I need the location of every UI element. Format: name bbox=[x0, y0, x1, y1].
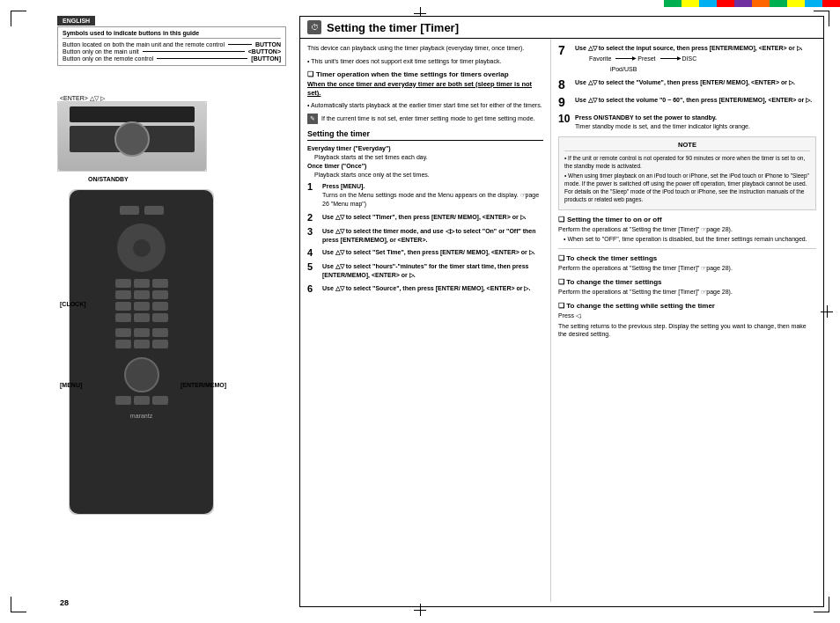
step-content-8: Use △▽ to select the "Volume", then pres… bbox=[575, 78, 816, 87]
favorite-label: Favorite bbox=[589, 55, 611, 63]
ipod-label: iPod/USB bbox=[575, 65, 816, 74]
check-timer-section: ❑ To check the timer settings Perform th… bbox=[558, 254, 816, 273]
step-5-bold: Use △▽ to select "hours"-"minutes" for t… bbox=[322, 263, 529, 278]
note-with-icon: ✎ If the current time is not set, enter … bbox=[307, 114, 543, 124]
checkbox-icon: ❑ bbox=[307, 70, 313, 78]
step-num-7: 7 bbox=[558, 44, 572, 56]
setting-timer-section: Setting the timer Everyday timer ("Every… bbox=[307, 129, 543, 294]
timer-onoff-bullet: When set to "OFF", time operation is dis… bbox=[558, 235, 816, 244]
symbol-label-bracket-button: [BUTTON] bbox=[251, 55, 281, 62]
step-content-3: Use △▽ to select the timer mode, and use… bbox=[322, 227, 543, 245]
step-9-bold: Use △▽ to select the volume "0 ~ 60", th… bbox=[575, 97, 812, 103]
title-bar: ⏱ Setting the timer [Timer] bbox=[300, 17, 823, 39]
overlap-bullet: Automatically starts playback at the ear… bbox=[307, 101, 543, 110]
once-label: Once timer ("Once") bbox=[307, 163, 543, 169]
remote-image: marantz bbox=[69, 189, 214, 515]
on-standby-label: ON/STANDBY bbox=[88, 176, 129, 182]
change-while-setting-section: ❑ To change the setting while setting th… bbox=[558, 302, 816, 339]
note-box: NOTE • If the unit or remote control is … bbox=[558, 136, 816, 210]
favorite-arrow: ▶ bbox=[615, 58, 633, 59]
step-num-8: 8 bbox=[558, 78, 572, 91]
main-content-area: ⏱ Setting the timer [Timer] This device … bbox=[299, 16, 824, 607]
step-num-2: 2 bbox=[307, 213, 320, 223]
step-7-bold: Use △▽ to select the input source, then … bbox=[575, 45, 803, 51]
intro-bullet: This unit's timer does not support exit … bbox=[307, 57, 543, 66]
step-2-bold: Use △▽ to select "Timer", then press [EN… bbox=[322, 214, 527, 220]
timer-overlap-title: Timer operation when the time settings f… bbox=[316, 70, 509, 78]
change-while-desc: The setting returns to the previous step… bbox=[558, 322, 816, 340]
check-timer-title: ❑ To check the timer settings bbox=[558, 254, 816, 262]
overlap-bullet-item: Automatically starts playback at the ear… bbox=[307, 101, 543, 110]
symbol-label-button: BUTTON bbox=[255, 41, 281, 48]
preset-arrow: ▶ bbox=[660, 58, 678, 59]
symbol-text-2: Button only on the main unit bbox=[63, 48, 139, 55]
step-1-bold: Press [MENU]. bbox=[322, 183, 365, 189]
enter-memo-label: [ENTER/MEMO] bbox=[181, 382, 226, 388]
timer-onoff-title: ❑ Setting the timer to on or off bbox=[558, 216, 816, 224]
everyday-label: Everyday timer ("Everyday") bbox=[307, 145, 543, 151]
change-while-setting-heading: ❑ To change the setting while setting th… bbox=[558, 302, 715, 310]
symbol-line-2 bbox=[143, 51, 245, 52]
step-5: 5 Use △▽ to select "hours"-"minutes" for… bbox=[307, 262, 543, 280]
note-box-title: NOTE bbox=[564, 141, 810, 151]
device-image bbox=[57, 101, 207, 172]
underline-overlap: When the once timer and everyday timer a… bbox=[307, 80, 532, 98]
step-content-7: Use △▽ to select the input source, then … bbox=[575, 44, 816, 73]
preset-row: Favorite ▶ Preset ▶ DISC bbox=[589, 55, 816, 63]
check-timer-text: Perform the operations at "Setting the t… bbox=[558, 264, 816, 273]
step-num-5: 5 bbox=[307, 262, 320, 272]
left-column: This device can playback using the timer… bbox=[300, 39, 551, 602]
note-item-1: • If the unit or remote control is not o… bbox=[564, 154, 810, 170]
symbol-row-3: Button only on the remote control [BUTTO… bbox=[63, 55, 281, 62]
step-3: 3 Use △▽ to select the timer mode, and u… bbox=[307, 227, 543, 245]
step-2: 2 Use △▽ to select "Timer", then press [… bbox=[307, 213, 543, 223]
timer-onoff-heading: Setting the timer to on or off bbox=[567, 216, 662, 224]
step-4: 4 Use △▽ to select "Set Time", then pres… bbox=[307, 248, 543, 258]
change-timer-title: ❑ To change the timer settings bbox=[558, 278, 816, 286]
step-content-1: Press [MENU]. Turns on the Menu settings… bbox=[322, 182, 543, 208]
timer-onoff-section: ❑ Setting the timer to on or off Perform… bbox=[558, 216, 816, 245]
step-1: 1 Press [MENU]. Turns on the Menu settin… bbox=[307, 182, 543, 208]
press-text: Press ◁. bbox=[558, 312, 816, 320]
step-10-desc: Timer standby mode is set, and the timer… bbox=[575, 123, 750, 129]
step-6-bold: Use △▽ to select "Source", then press [E… bbox=[322, 285, 530, 291]
step-content-9: Use △▽ to select the volume "0 ~ 60", th… bbox=[575, 96, 816, 105]
page-number: 28 bbox=[60, 598, 69, 607]
step-num-9: 9 bbox=[558, 96, 572, 108]
step-1-desc: Turns on the Menu settings mode and the … bbox=[322, 192, 539, 207]
note-item-2: • When using timer playback on an iPod t… bbox=[564, 172, 810, 203]
change-timer-heading: ❑ To change the timer settings bbox=[558, 278, 662, 286]
step-content-6: Use △▽ to select "Source", then press [E… bbox=[322, 284, 543, 293]
step-content-10: Press ON/STANDBY to set the power to sta… bbox=[575, 114, 816, 131]
right-column: 7 Use △▽ to select the input source, the… bbox=[551, 39, 823, 602]
corner-mark-tl bbox=[11, 11, 26, 26]
step-num-1: 1 bbox=[307, 182, 320, 192]
change-timer-text: Perform the operations at "Setting the t… bbox=[558, 288, 816, 297]
timer-icon: ⏱ bbox=[307, 20, 321, 34]
symbol-row-1: Button located on both the main unit and… bbox=[63, 41, 281, 48]
step-num-6: 6 bbox=[307, 284, 320, 294]
step-content-2: Use △▽ to select "Timer", then press [EN… bbox=[322, 213, 543, 222]
disc-label: DISC bbox=[682, 55, 697, 63]
step-content-5: Use △▽ to select "hours"-"minutes" for t… bbox=[322, 262, 543, 280]
step-8: 8 Use △▽ to select the "Volume", then pr… bbox=[558, 78, 816, 91]
symbol-row-2: Button only on the main unit <BUTTON> bbox=[63, 48, 281, 55]
content-body: This device can playback using the timer… bbox=[300, 39, 823, 602]
color-bar bbox=[664, 0, 840, 7]
step-9: 9 Use △▽ to select the volume "0 ~ 60", … bbox=[558, 96, 816, 108]
setting-timer-title: Setting the timer bbox=[307, 129, 543, 141]
step-num-10: 10 bbox=[558, 114, 572, 124]
symbols-title: Symbols used to indicate buttons in this… bbox=[63, 30, 281, 39]
preset-label: Preset bbox=[637, 55, 655, 63]
intro-bullet-item: This unit's timer does not support exit … bbox=[307, 57, 543, 66]
everyday-desc: Playback starts at the set times each da… bbox=[307, 154, 543, 160]
symbol-line-3 bbox=[157, 58, 247, 59]
menu-label: [MENU] bbox=[60, 382, 82, 388]
intro-text: This device can playback using the timer… bbox=[307, 44, 543, 53]
pencil-icon: ✎ bbox=[307, 114, 318, 124]
bold-overlap-text: When the once timer and everyday timer a… bbox=[307, 80, 543, 99]
step-10-bold: Press ON/STANDBY to set the power to sta… bbox=[575, 114, 717, 121]
once-desc: Playback starts once only at the set tim… bbox=[307, 172, 543, 178]
step-7: 7 Use △▽ to select the input source, the… bbox=[558, 44, 816, 73]
step-8-bold: Use △▽ to select the "Volume", then pres… bbox=[575, 79, 795, 85]
